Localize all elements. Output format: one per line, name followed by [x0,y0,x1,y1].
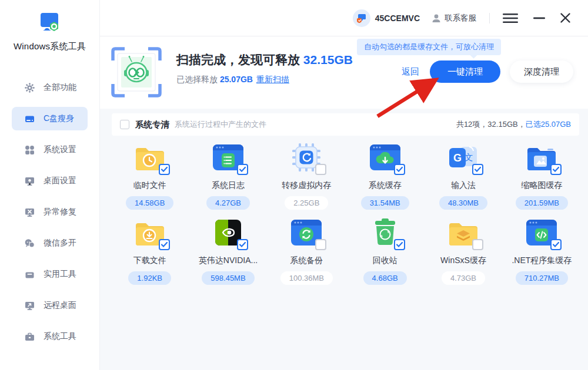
sidebar-item-desktop-settings[interactable]: 桌面设置 [12,169,88,193]
scan-subtitle: 已选择释放 25.07GB重新扫描 [176,75,353,85]
item-checkbox[interactable] [472,164,483,175]
item-label: 系统缓存 [369,180,402,191]
sidebar-item-system-settings[interactable]: 系统设置 [12,138,88,162]
sidebar-item-label: 系统工具 [44,331,76,342]
minimize-icon [533,17,545,19]
item-size-badge: 1.92KB [128,271,171,285]
item-checkbox[interactable] [394,239,405,250]
item-checkbox[interactable] [159,239,170,250]
cleanup-item-input-method[interactable]: 文 G 输入法 48.30MB [424,142,502,210]
gear-icon [25,83,35,93]
sidebar-item-label: 全部功能 [44,82,76,93]
item-size-badge: 48.30MB [439,196,487,210]
titlebar-divider [489,13,490,23]
item-label: 回收站 [373,255,397,266]
close-icon [560,13,570,23]
menu-button[interactable] [503,13,518,23]
close-button[interactable] [560,13,570,23]
sidebar-item-label: 远程桌面 [44,300,76,311]
item-checkbox[interactable] [394,164,405,175]
cleanup-item-virtual-memory[interactable]: 转移虚拟内存 2.25GB [268,142,346,210]
item-label: WinSxS缓存 [440,255,486,266]
section-title: 系统专清 [135,119,169,130]
cleanup-item-winsxs-cache[interactable]: WinSxS缓存 4.73GB [424,217,502,285]
item-size-badge: 31.54MB [361,196,409,210]
item-label: 输入法 [451,180,476,191]
sidebar-item-repair[interactable]: 异常修复 [12,200,88,224]
one-click-clean-button[interactable]: 一键清理 [430,60,500,83]
desktop-gear-icon [25,176,35,186]
scan-result: 扫描完成，发现可释放 32.15GB 已选择释放 25.07GB重新扫描 [176,52,353,85]
user-id: 45CCEMVC [375,14,420,23]
deep-clean-button[interactable]: 深度清理 [510,60,573,83]
section-subtitle: 系统运行过程中产生的文件 [175,119,266,130]
contact-support-label: 联系客服 [445,13,476,23]
item-size-badge: 4.27GB [206,196,250,210]
sidebar-item-remote-desktop[interactable]: 远程桌面 [12,294,88,317]
main-panel: 45CCEMVC 联系客服 [100,0,588,370]
sidebar-item-label: 微信多开 [44,238,76,248]
item-label: 转移虚拟内存 [282,180,331,191]
sidebar-item-label: 桌面设置 [44,176,76,186]
robot-mascot-icon [111,46,162,100]
minimize-button[interactable] [533,17,545,19]
back-link[interactable]: 返回 [402,66,419,78]
cleanup-item-recycle-bin[interactable]: 回收站 4.68GB [346,217,424,285]
tiles-icon [25,145,35,155]
scan-title: 扫描完成，发现可释放 32.15GB [176,52,353,68]
remote-desktop-icon [25,301,35,311]
briefcase-icon [25,332,35,342]
item-checkbox[interactable] [237,164,248,175]
app-title: Windows系统工具 [0,41,99,52]
item-size-badge: 4.73GB [442,271,485,285]
item-label: 系统日志 [212,180,245,191]
user-id-group[interactable]: 45CCEMVC [353,9,420,27]
item-checkbox[interactable] [315,239,326,250]
sidebar-item-system-tools[interactable]: 系统工具 [12,325,88,348]
cleanup-item-thumbnail-cache[interactable]: 缩略图缓存 201.59MB [503,142,581,210]
cleanup-item-temp-files[interactable]: 临时文件 14.58GB [111,142,189,210]
section-summary: 共12项，32.15GB，已选25.07GB [456,119,571,130]
cleanup-item-system-backup[interactable]: 系统备份 100.36MB [268,217,346,285]
auto-select-tooltip: 自动勾选的都是缓存文件，可放心清理 [357,39,501,55]
sidebar-item-label: 实用工具 [44,269,76,280]
sidebar-item-utility-tools[interactable]: 实用工具 [12,263,88,286]
sidebar-item-c-drive-slim[interactable]: C盘瘦身 [12,107,88,130]
cleanup-item-nvidia[interactable]: 英伟达NVIDIA... 598.45MB [189,217,267,285]
item-size-badge: 201.59MB [516,196,568,210]
svg-text:G: G [453,152,462,164]
user-badge-icon [353,9,370,27]
rescan-link[interactable]: 重新扫描 [256,75,289,84]
cleanup-item-dotnet-cache[interactable]: .NET程序集缓存 710.27MB [503,217,581,285]
sidebar-item-all-functions[interactable]: 全部功能 [12,76,88,99]
sidebar-item-wechat-multi[interactable]: 微信多开 [12,231,88,255]
item-label: 缩略图缓存 [521,180,562,191]
item-checkbox[interactable] [159,164,170,175]
cleanup-items-grid: 临时文件 14.58GB 系统日志 [111,142,581,285]
sidebar-menu: 全部功能 C盘瘦身 系统设置 [0,76,99,348]
item-label: 下载文件 [133,255,166,266]
selected-size: 25.07GB [220,75,253,84]
cleanup-item-system-logs[interactable]: 系统日志 4.27GB [189,142,267,210]
item-size-badge: 2.25GB [285,196,328,210]
item-label: 系统备份 [290,255,323,266]
item-checkbox[interactable] [237,239,248,250]
select-all-checkbox[interactable] [120,120,129,129]
item-checkbox[interactable] [315,164,326,175]
contact-support[interactable]: 联系客服 [432,13,476,23]
app-logo-icon [38,10,62,35]
item-label: 英伟达NVIDIA... [199,255,258,266]
cleanup-item-system-cache[interactable]: 系统缓存 31.54MB [346,142,424,210]
item-size-badge: 710.27MB [516,271,568,285]
sidebar: Windows系统工具 全部 [0,0,100,370]
item-checkbox[interactable] [550,239,562,250]
action-buttons: 返回 一键清理 深度清理 [402,60,573,83]
app-logo: Windows系统工具 [0,0,99,52]
chat-bubbles-icon [25,238,35,248]
item-label: .NET程序集缓存 [512,255,572,266]
item-checkbox[interactable] [472,239,483,250]
item-checkbox[interactable] [550,164,562,175]
sidebar-item-label: 异常修复 [44,207,76,217]
item-size-badge: 14.58GB [126,196,173,210]
cleanup-item-download-files[interactable]: 下载文件 1.92KB [111,217,189,285]
